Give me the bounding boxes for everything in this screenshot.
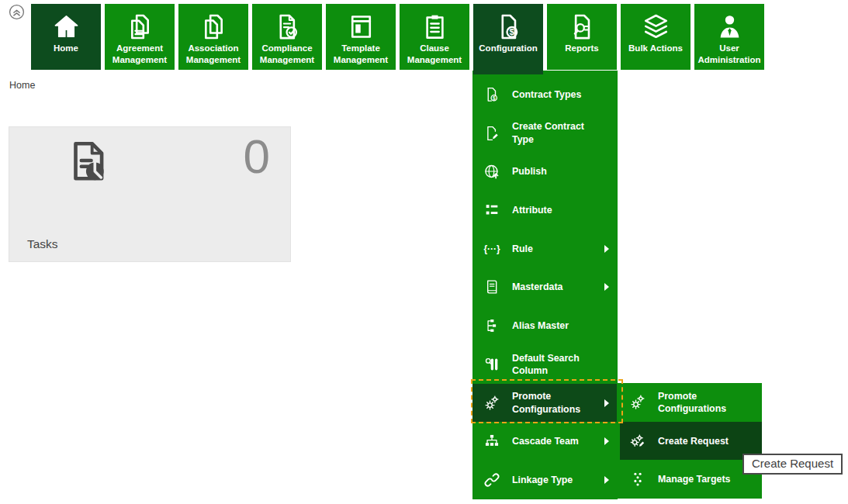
- ribbon-tile-label: Association Management: [178, 43, 248, 65]
- menu-item[interactable]: Publish: [472, 152, 618, 191]
- menu-item[interactable]: Alias Master: [472, 306, 618, 345]
- submenu-arrow-icon: [604, 399, 609, 407]
- ribbon-tile-label: Agreement Management: [105, 43, 175, 65]
- menu-item[interactable]: Masterdata: [472, 268, 618, 307]
- clause-management-icon: [421, 11, 449, 42]
- user-administration-icon: [715, 11, 744, 42]
- tasks-label: Tasks: [27, 237, 58, 251]
- menu-item-label: Contract Types: [512, 88, 604, 101]
- ribbon-tile[interactable]: User Administration: [694, 4, 764, 70]
- promote-configurations-icon: [483, 395, 504, 412]
- create-contract-type-icon: [483, 125, 504, 142]
- ribbon-tile[interactable]: Clause Management: [400, 4, 469, 70]
- reports-icon: [568, 11, 597, 42]
- ribbon-tile[interactable]: $ Configuration: [473, 4, 543, 74]
- masterdata-icon: [483, 278, 504, 295]
- tasks-tile[interactable]: 0 Tasks: [9, 126, 291, 262]
- ribbon-tile[interactable]: Reports: [547, 4, 617, 70]
- promote-configurations-submenu: Promote Configurations Create Request Ma…: [617, 383, 762, 499]
- home-icon: [52, 11, 81, 42]
- tasks-report-icon: [64, 137, 112, 185]
- attribute-icon: [483, 202, 504, 219]
- ribbon-tile[interactable]: Template Management: [326, 4, 396, 70]
- ribbon-tile-label: Template Management: [326, 43, 396, 65]
- ribbon-tile-label: Reports: [563, 43, 600, 54]
- menu-item-label: Alias Master: [512, 319, 604, 332]
- submenu-item-label: Manage Targets: [658, 473, 756, 485]
- ribbon-tile-label: Home: [52, 43, 80, 54]
- ribbon-tile[interactable]: Bulk Actions: [621, 4, 691, 70]
- menu-item[interactable]: Promote Configurations: [472, 384, 618, 423]
- ribbon-tile-label: Clause Management: [400, 43, 469, 65]
- menu-item[interactable]: Attribute: [472, 191, 618, 230]
- menu-item[interactable]: Cascade Team: [472, 422, 618, 461]
- submenu-item-label: Create Request: [658, 435, 756, 447]
- ribbon-tile-label: Compliance Management: [252, 43, 322, 65]
- svg-text:$: $: [509, 27, 514, 36]
- submenu-arrow-icon: [604, 245, 609, 253]
- default-search-column-icon: [483, 356, 504, 373]
- submenu-arrow-icon: [604, 283, 609, 291]
- menu-item-label: Publish: [512, 165, 604, 178]
- menu-item-label: Attribute: [512, 204, 604, 216]
- menu-item-label: Create Contract Type: [512, 120, 604, 145]
- contract-types-icon: $: [483, 86, 504, 103]
- tasks-count: 0: [244, 129, 270, 184]
- app-root: Home Agreement Management Association Ma…: [0, 0, 848, 504]
- create-request-icon: [629, 433, 649, 450]
- chevron-up-circle-icon[interactable]: [8, 3, 26, 21]
- ribbon-tile-label: User Administration: [694, 43, 764, 65]
- menu-item[interactable]: Default Search Column: [472, 345, 618, 384]
- menu-item[interactable]: {···} Rule: [472, 230, 618, 268]
- ribbon-tile[interactable]: Association Management: [178, 4, 248, 70]
- submenu-item[interactable]: Create Request: [620, 422, 762, 461]
- ribbon-tile[interactable]: Home: [31, 4, 101, 70]
- menu-item-label: Linkage Type: [512, 474, 604, 486]
- manage-targets-icon: [629, 471, 649, 488]
- agreement-management-icon: [126, 11, 154, 42]
- submenu-item[interactable]: Promote Configurations: [620, 383, 762, 422]
- svg-text:{···}: {···}: [483, 243, 500, 254]
- menu-item-label: Cascade Team: [512, 435, 604, 447]
- configuration-icon: $: [494, 11, 523, 42]
- ribbon-tile[interactable]: Agreement Management: [105, 4, 175, 70]
- menu-item[interactable]: Create Contract Type: [472, 114, 618, 153]
- svg-text:$: $: [493, 95, 496, 101]
- linkage-type-icon: [483, 471, 504, 488]
- breadcrumb[interactable]: Home: [9, 80, 35, 91]
- submenu-arrow-icon: [604, 437, 609, 445]
- alias-master-icon: [483, 317, 504, 334]
- menu-item[interactable]: Linkage Type: [472, 461, 618, 499]
- template-management-icon: [347, 11, 376, 42]
- rule-icon: {···}: [483, 240, 504, 257]
- submenu-arrow-icon: [604, 476, 609, 484]
- bulk-actions-icon: [642, 11, 670, 42]
- configuration-dropdown-menu: $ Contract Types Create Contract Type Pu…: [472, 71, 618, 499]
- submenu-item[interactable]: Manage Targets: [620, 460, 762, 499]
- create-request-tooltip: Create Request: [742, 454, 843, 475]
- submenu-item-label: Promote Configurations: [658, 390, 756, 415]
- menu-item-label: Default Search Column: [512, 352, 604, 377]
- menu-item-label: Rule: [512, 243, 604, 255]
- promote-configurations-icon: [629, 394, 649, 411]
- publish-icon: [483, 163, 504, 180]
- association-management-icon: [199, 11, 228, 42]
- menu-item-label: Masterdata: [512, 281, 604, 293]
- ribbon-tile-label: Bulk Actions: [627, 43, 684, 54]
- ribbon-tile-label: Configuration: [477, 43, 538, 54]
- cascade-team-icon: [483, 433, 504, 450]
- menu-item[interactable]: $ Contract Types: [472, 75, 618, 114]
- compliance-management-icon: [273, 11, 302, 42]
- menu-item-label: Promote Configurations: [512, 390, 604, 415]
- ribbon-tile[interactable]: Compliance Management: [252, 4, 322, 70]
- ribbon-bar: Home Agreement Management Association Ma…: [31, 4, 764, 74]
